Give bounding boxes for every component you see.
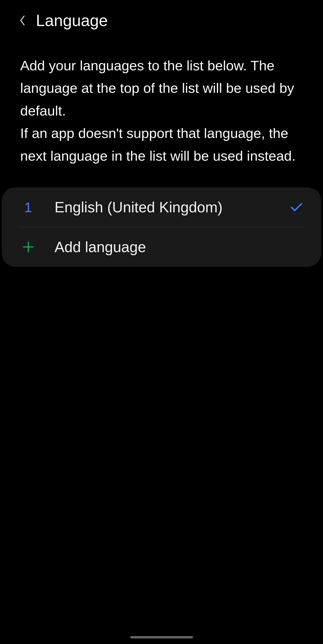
chevron-left-icon bbox=[19, 15, 26, 26]
description-text: Add your languages to the list below. Th… bbox=[0, 39, 323, 188]
language-list-card: 1 English (United Kingdom) Add language bbox=[2, 188, 321, 267]
home-indicator[interactable] bbox=[130, 636, 193, 638]
header: Language bbox=[0, 0, 323, 39]
back-button[interactable] bbox=[18, 16, 27, 25]
language-item[interactable]: 1 English (United Kingdom) bbox=[2, 188, 321, 227]
language-rank: 1 bbox=[20, 199, 36, 215]
plus-icon bbox=[20, 240, 36, 254]
page-title: Language bbox=[36, 11, 108, 30]
language-name: English (United Kingdom) bbox=[54, 199, 290, 216]
add-language-button[interactable]: Add language bbox=[2, 227, 321, 267]
add-language-label: Add language bbox=[54, 238, 146, 256]
check-icon bbox=[290, 200, 303, 214]
